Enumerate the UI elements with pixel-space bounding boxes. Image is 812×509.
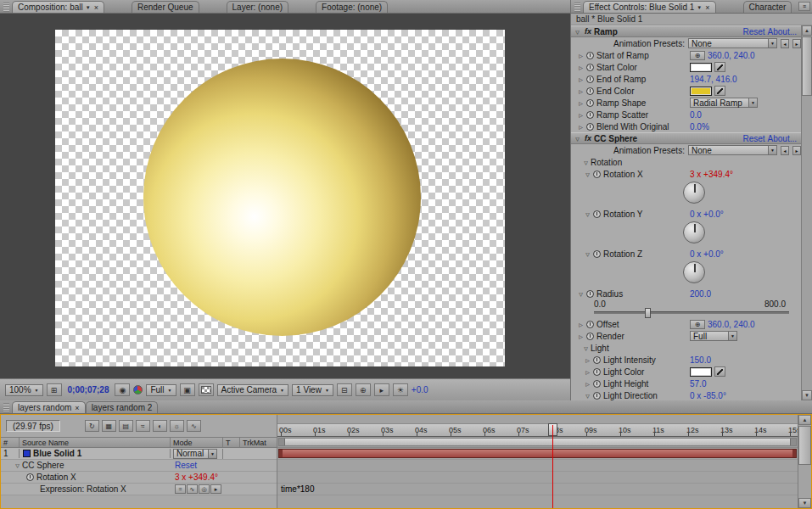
- param-value[interactable]: 0 x -85.0°: [690, 391, 726, 400]
- param-value[interactable]: 0.0%: [690, 122, 709, 131]
- fx-enable-icon[interactable]: fx: [585, 134, 591, 143]
- layer-duration-bar[interactable]: [278, 449, 797, 458]
- twirl-open-icon[interactable]: ▽: [573, 29, 582, 35]
- draft-3d-icon[interactable]: ▦: [102, 420, 116, 432]
- region-of-interest-icon[interactable]: ▣: [180, 383, 195, 396]
- start-color-swatch[interactable]: [690, 63, 712, 72]
- scrollbar-thumb[interactable]: [802, 36, 812, 96]
- layer-row[interactable]: 1 Blue Solid 1 Normal▼: [1, 448, 277, 460]
- hide-shy-layers-icon[interactable]: ▤: [119, 420, 133, 432]
- twirl-open-icon[interactable]: ▽: [576, 291, 585, 297]
- param-row-rotation-x[interactable]: Rotation X 3 x +349.4°: [1, 472, 277, 484]
- close-icon[interactable]: ×: [705, 3, 709, 12]
- twirl-open-icon[interactable]: ▽: [581, 345, 591, 351]
- panel-grip-icon[interactable]: [3, 403, 9, 412]
- motion-blur-icon[interactable]: ◐: [153, 420, 167, 432]
- stopwatch-icon[interactable]: [586, 87, 594, 95]
- layer-color-swatch[interactable]: [23, 450, 31, 457]
- previous-preset-icon[interactable]: ◂: [781, 39, 789, 48]
- panel-grip-icon[interactable]: [574, 3, 580, 12]
- param-value-expression[interactable]: 3 x +349.4°: [690, 170, 733, 179]
- tab-composition-ball[interactable]: Composition: ball ▼ ×: [12, 1, 104, 13]
- radius-slider-track[interactable]: [594, 311, 789, 314]
- stopwatch-icon[interactable]: [593, 210, 601, 218]
- radius-slider-thumb[interactable]: [645, 308, 651, 318]
- stopwatch-icon[interactable]: [586, 76, 594, 83]
- presets-select[interactable]: None▼: [688, 38, 777, 48]
- expression-graph-icon[interactable]: ∿: [187, 484, 198, 494]
- param-value[interactable]: 0 x +0.0°: [690, 210, 724, 219]
- stopwatch-icon[interactable]: [586, 333, 594, 340]
- layer-name-cell[interactable]: Blue Solid 1: [20, 449, 171, 458]
- presets-select[interactable]: None▼: [688, 145, 777, 155]
- param-value[interactable]: 360.0, 240.0: [708, 51, 755, 60]
- blend-mode-select[interactable]: Normal▼: [173, 449, 217, 459]
- scrollbar-thumb[interactable]: [798, 426, 811, 465]
- param-value[interactable]: 150.0: [690, 355, 711, 365]
- eyedropper-icon[interactable]: [714, 62, 725, 72]
- snapshot-icon[interactable]: ◉: [115, 383, 130, 396]
- twirl-open-icon[interactable]: ▽: [573, 136, 582, 142]
- scroll-up-icon[interactable]: ▲: [798, 415, 811, 425]
- resolution-select[interactable]: Full▼: [146, 384, 176, 396]
- tab-footage-none[interactable]: Footage: (none): [316, 1, 388, 13]
- twirl-closed-icon[interactable]: ▷: [583, 369, 592, 375]
- twirl-closed-icon[interactable]: ▷: [583, 381, 592, 387]
- param-value[interactable]: 360.0, 240.0: [708, 320, 755, 329]
- panel-grip-icon[interactable]: [3, 3, 9, 12]
- stopwatch-icon[interactable]: [586, 99, 594, 107]
- stopwatch-icon[interactable]: [593, 356, 601, 364]
- effect-row-cc-sphere[interactable]: ▽ CC Sphere Reset: [1, 460, 277, 472]
- column-t[interactable]: T: [223, 438, 240, 447]
- reset-link[interactable]: Reset: [175, 461, 197, 470]
- scroll-down-icon[interactable]: ▼: [802, 390, 812, 400]
- share-view-icon[interactable]: ⊟: [337, 383, 352, 396]
- twirl-closed-icon[interactable]: ▷: [576, 88, 585, 94]
- twirl-closed-icon[interactable]: ▷: [576, 64, 585, 70]
- point-picker-icon[interactable]: ⊕: [690, 320, 705, 329]
- twirl-closed-icon[interactable]: ▷: [576, 112, 585, 118]
- view-layout-select[interactable]: 1 View▼: [292, 384, 333, 396]
- twirl-closed-icon[interactable]: ▷: [576, 322, 585, 327]
- live-update-icon[interactable]: ↻: [85, 420, 99, 432]
- stopwatch-icon[interactable]: [593, 368, 601, 376]
- render-select[interactable]: Full▼: [690, 331, 737, 341]
- group-row-light[interactable]: ▽ Light: [571, 342, 801, 354]
- column-index[interactable]: #: [1, 438, 20, 447]
- expression-row[interactable]: Expression: Rotation X = ∿ ◎ ▸: [1, 484, 277, 495]
- expression-language-menu-icon[interactable]: ▸: [210, 484, 221, 494]
- exposure-icon[interactable]: ☀: [393, 383, 408, 396]
- chevron-down-icon[interactable]: ▼: [697, 5, 702, 10]
- stopwatch-icon[interactable]: [586, 111, 594, 119]
- graph-editor-icon[interactable]: ∿: [187, 420, 201, 432]
- frame-rate-display[interactable]: (29.97 fps): [6, 420, 60, 432]
- previous-preset-icon[interactable]: ◂: [781, 146, 789, 155]
- tab-layers-random[interactable]: layers random ×: [12, 401, 86, 413]
- panel-menu-icon[interactable]: ≡: [798, 2, 810, 11]
- rotation-dial[interactable]: [683, 221, 705, 243]
- next-preset-icon[interactable]: ▸: [792, 39, 801, 48]
- next-preset-icon[interactable]: ▸: [792, 146, 801, 155]
- current-time-display[interactable]: 0;00;07;28: [65, 385, 112, 394]
- close-icon[interactable]: ×: [94, 3, 98, 12]
- brainstorm-icon[interactable]: ☼: [170, 420, 184, 432]
- group-row-rotation[interactable]: ▽ Rotation: [571, 156, 801, 168]
- tab-effect-controls[interactable]: Effect Controls: Blue Solid 1 ▼ ×: [583, 1, 716, 13]
- point-picker-icon[interactable]: ⊕: [690, 51, 705, 60]
- param-value[interactable]: 194.7, 416.0: [690, 75, 737, 84]
- twirl-open-icon[interactable]: ▽: [13, 462, 22, 468]
- stopwatch-icon[interactable]: [593, 171, 601, 178]
- magnification-select[interactable]: 100%▼: [5, 384, 43, 396]
- pick-whip-icon[interactable]: ◎: [199, 484, 210, 494]
- composition-viewport[interactable]: [0, 14, 570, 378]
- effects-scrollbar[interactable]: ▲ ▼: [801, 25, 812, 400]
- scroll-up-icon[interactable]: ▲: [802, 25, 812, 36]
- about-link[interactable]: About...: [768, 27, 797, 36]
- twirl-open-icon[interactable]: ▽: [583, 171, 592, 177]
- expression-code[interactable]: time*180: [281, 484, 314, 494]
- param-value[interactable]: 57.0: [690, 379, 706, 389]
- transparency-grid-icon[interactable]: [199, 383, 214, 396]
- pixel-aspect-correction-icon[interactable]: ⊕: [356, 383, 371, 396]
- current-time-indicator[interactable]: [552, 423, 553, 508]
- enable-expression-icon[interactable]: =: [175, 484, 186, 494]
